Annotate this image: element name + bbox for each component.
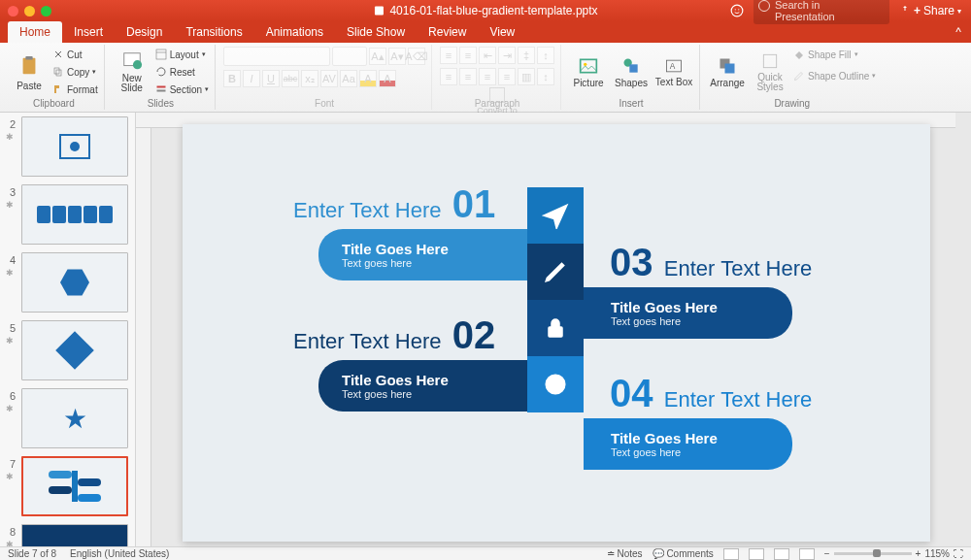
copy-button[interactable]: Copy ▾ [52,64,98,80]
fit-button[interactable]: ⛶ [954,548,963,559]
zoom-value[interactable]: 115% [924,548,950,559]
smiley-icon[interactable] [730,4,744,17]
zoom-out-button[interactable]: − [824,548,830,559]
view-slideshow-button[interactable] [799,548,815,560]
enter-text-3[interactable]: Enter Text Here [664,256,812,280]
svg-rect-28 [78,478,101,486]
align-center-button[interactable]: ≡ [459,68,477,85]
indent-dec-button[interactable]: ⇤ [479,47,496,64]
bold-button[interactable]: B [223,70,241,87]
pill-4[interactable]: Title Goes HereText goes here [584,418,792,470]
zoom-control[interactable]: − + 115% ⛶ [824,548,963,559]
svg-rect-0 [375,7,384,16]
quick-styles-button[interactable]: Quick Styles [751,47,789,97]
thumbnail[interactable]: 7✱ [6,456,129,516]
layout-button[interactable]: Layout ▾ [155,47,209,62]
thumbnail[interactable]: 4✱ [6,252,129,313]
search-input[interactable]: Search in Presentation [753,0,889,24]
section-button[interactable]: Section ▾ [155,82,209,97]
close-icon[interactable] [8,6,18,16]
ribbon: Paste Cut Copy ▾ Format Clipboard New Sl… [0,43,971,113]
thumbnail[interactable]: 6✱★ [6,388,129,448]
thumbnail[interactable]: 3✱ [6,184,129,245]
arrange-button[interactable]: Arrange [708,47,747,97]
comments-button[interactable]: 💬 Comments [653,548,714,559]
shapes-button[interactable]: Shapes [612,47,651,97]
subscript-button[interactable]: x₂ [301,70,318,87]
tab-design[interactable]: Design [115,21,174,43]
increase-font-button[interactable]: A▴ [369,48,386,65]
paint-bucket-icon [793,49,805,60]
zoom-in-button[interactable]: + [916,548,921,559]
highlight-button[interactable]: A [359,70,377,87]
enter-text-2[interactable]: Enter Text Here [293,329,441,353]
ribbon-collapse-button[interactable]: ^ [946,21,971,43]
columns-button[interactable]: ▥ [518,68,535,85]
reset-button[interactable]: Reset [155,64,209,80]
font-family-select[interactable] [223,47,330,66]
enter-text-4[interactable]: Enter Text Here [664,387,812,412]
group-label: Insert [619,98,644,109]
strike-button[interactable]: abc [282,70,299,87]
pill-3[interactable]: Title Goes HereText goes here [584,287,792,339]
char-spacing-button[interactable]: AV [320,70,338,87]
svg-point-9 [133,60,142,69]
tab-animations[interactable]: Animations [254,21,335,43]
language[interactable]: English (United States) [70,548,169,559]
cut-button[interactable]: Cut [52,47,98,62]
group-insert: Picture Shapes AText Box Insert [563,45,700,110]
line-spacing-button[interactable]: ‡ [518,47,535,64]
pill-2[interactable]: Title Goes HereText goes here [318,360,527,412]
document-title: 4016-01-flat-blue-gradient-template.pptx [373,4,597,17]
zoom-slider[interactable] [834,552,912,555]
align-text-button[interactable]: ↕ [537,68,554,85]
titlebar: 4016-01-flat-blue-gradient-template.pptx… [0,0,971,21]
thumbnail[interactable]: 5✱ [6,320,129,380]
powerpoint-icon [373,5,385,16]
tab-slideshow[interactable]: Slide Show [335,21,417,43]
thumbnail[interactable]: 2✱ [6,116,129,177]
new-slide-button[interactable]: New Slide [113,47,151,97]
font-size-select[interactable] [332,47,367,66]
indent-inc-button[interactable]: ⇥ [498,47,516,64]
decrease-font-button[interactable]: A▾ [388,48,406,65]
bullets-button[interactable]: ≡ [440,47,457,64]
textbox-button[interactable]: AText Box [654,47,693,97]
font-color-button[interactable]: A [379,70,396,87]
view-reading-button[interactable] [774,548,789,560]
paste-button[interactable]: Paste [10,47,49,97]
maximize-icon[interactable] [41,6,51,16]
picture-button[interactable]: Picture [569,47,608,97]
pill-1[interactable]: Title Goes HereText goes here [318,229,527,280]
justify-button[interactable]: ≡ [498,68,516,85]
italic-button[interactable]: I [243,70,260,87]
text-direction-button[interactable]: ↕ [537,47,554,64]
align-right-button[interactable]: ≡ [479,68,496,85]
align-left-button[interactable]: ≡ [440,68,457,85]
shape-fill-button[interactable]: Shape Fill ▾ [793,47,876,62]
view-sorter-button[interactable] [749,548,764,560]
tab-transitions[interactable]: Transitions [174,21,253,43]
shape-outline-button[interactable]: Shape Outline ▾ [793,68,876,83]
format-painter-button[interactable]: Format [52,82,98,97]
group-paragraph: ≡ ≡ ⇤ ⇥ ‡ ↕ ≡ ≡ ≡ ≡ ▥ ↕ Convert to Smart… [434,45,561,110]
share-button[interactable]: +Share ▾ [899,4,961,17]
svg-rect-4 [23,57,36,74]
enter-text-1[interactable]: Enter Text Here [293,198,441,222]
clear-format-button[interactable]: A⌫ [408,48,425,65]
minimize-icon[interactable] [24,6,35,16]
slide[interactable]: Enter Text Here 01 Title Goes HereText g… [183,124,930,542]
change-case-button[interactable]: Aa [340,70,357,87]
notes-button[interactable]: ≐ Notes [607,548,643,559]
group-slides: New Slide Layout ▾ Reset Section ▾ Slide… [107,45,216,110]
tab-view[interactable]: View [478,21,526,43]
thumbnail[interactable]: 8✱● [6,524,129,546]
view-normal-button[interactable] [723,548,739,560]
tab-home[interactable]: Home [8,21,62,43]
tab-insert[interactable]: Insert [62,21,115,43]
tab-review[interactable]: Review [417,21,478,43]
slide-canvas[interactable]: Enter Text Here 01 Title Goes HereText g… [136,113,971,546]
underline-button[interactable]: U [262,70,280,87]
slide-panel[interactable]: 2✱ 3✱ 4✱ 5✱ 6✱★ 7✱ 8✱● [0,113,136,546]
numbering-button[interactable]: ≡ [459,47,477,64]
